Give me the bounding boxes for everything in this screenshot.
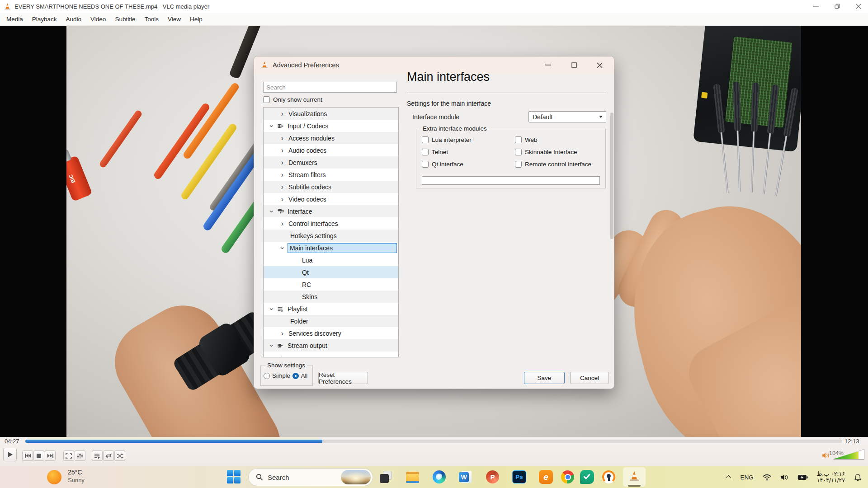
skinnable-interface-checkbox[interactable] bbox=[515, 149, 522, 155]
tree-item-control-interfaces[interactable]: ›Control interfaces bbox=[264, 217, 398, 230]
menu-tools[interactable]: Tools bbox=[140, 16, 163, 23]
tree-item-input-codecs[interactable]: ›Input / Codecs bbox=[264, 120, 398, 132]
tree-item-main-interfaces-selected[interactable]: ›Main interfaces bbox=[264, 242, 398, 254]
openvpn-button[interactable] bbox=[602, 470, 616, 484]
play-button[interactable] bbox=[3, 448, 17, 461]
only-show-current-checkbox[interactable] bbox=[263, 96, 270, 103]
chevron-right-icon[interactable]: › bbox=[280, 330, 285, 337]
edge-button[interactable] bbox=[432, 470, 446, 484]
menu-playback[interactable]: Playback bbox=[28, 16, 61, 23]
menu-subtitle[interactable]: Subtitle bbox=[110, 16, 140, 23]
qt-interface-checkbox[interactable] bbox=[422, 161, 429, 168]
equalizer-button[interactable] bbox=[75, 450, 85, 461]
start-button[interactable] bbox=[227, 470, 241, 484]
tree-item-access-modules[interactable]: ›Access modules bbox=[264, 132, 398, 144]
chevron-down-icon[interactable]: › bbox=[268, 123, 275, 128]
tree-item-demuxers[interactable]: ›Demuxers bbox=[264, 156, 398, 169]
bell-icon[interactable] bbox=[854, 474, 862, 481]
chevron-down-icon[interactable]: › bbox=[268, 343, 275, 348]
chevron-down-icon[interactable]: › bbox=[279, 245, 286, 250]
save-button[interactable]: Save bbox=[524, 372, 565, 384]
menu-view[interactable]: View bbox=[163, 16, 185, 23]
next-button[interactable] bbox=[45, 450, 56, 461]
chevron-right-icon[interactable]: › bbox=[280, 110, 285, 117]
tree-item-stream-filters[interactable]: ›Stream filters bbox=[264, 169, 398, 181]
weather-sun-icon[interactable] bbox=[47, 470, 61, 484]
cancel-button[interactable]: Cancel bbox=[570, 372, 609, 384]
dialog-close-button[interactable] bbox=[596, 62, 603, 69]
menu-help[interactable]: Help bbox=[185, 16, 207, 23]
reset-preferences-button[interactable]: Reset Preferences bbox=[318, 372, 368, 384]
tree-item-folder[interactable]: Folder bbox=[264, 315, 398, 327]
web-checkbox[interactable] bbox=[515, 136, 522, 143]
search-input[interactable] bbox=[263, 82, 397, 93]
restore-button[interactable] bbox=[834, 3, 840, 9]
close-button[interactable] bbox=[855, 3, 862, 9]
shuffle-button[interactable] bbox=[114, 450, 125, 461]
battery-icon[interactable] bbox=[797, 474, 808, 480]
weather-temp[interactable]: 25°C bbox=[68, 469, 82, 476]
chevron-down-icon[interactable]: › bbox=[268, 306, 275, 311]
clock[interactable]: ۰۲:۱۶ ب.ظ ۱۴۰۴/۱۱/۲۷ bbox=[817, 471, 845, 483]
tree-item-hotkeys-settings[interactable]: Hotkeys settings bbox=[264, 230, 398, 242]
language-indicator[interactable]: ENG bbox=[740, 474, 753, 481]
tree-item-visualizations[interactable]: ›Visualizations bbox=[264, 108, 398, 120]
chevron-right-icon[interactable]: › bbox=[280, 354, 285, 358]
tree-item-interface[interactable]: ›Interface bbox=[264, 205, 398, 217]
word-button[interactable]: W bbox=[459, 470, 473, 484]
checkbox-row-telnet[interactable]: Telnet bbox=[422, 149, 448, 155]
powerpoint-button[interactable]: P bbox=[486, 470, 500, 484]
stop-button[interactable] bbox=[33, 450, 44, 461]
tree-item-services-discovery[interactable]: ›Services discovery bbox=[264, 327, 398, 339]
chevron-right-icon[interactable]: › bbox=[280, 183, 285, 191]
tree-item-skins[interactable]: Skins bbox=[264, 291, 398, 303]
interface-module-dropdown[interactable]: Default bbox=[528, 111, 606, 122]
tree-item-stream-output[interactable]: ›Stream output bbox=[264, 339, 398, 352]
checkbox-row-lua[interactable]: Lua interpreter bbox=[422, 136, 472, 143]
chevron-right-icon[interactable]: › bbox=[280, 135, 285, 142]
seek-bar[interactable] bbox=[25, 440, 842, 443]
menu-video[interactable]: Video bbox=[86, 16, 110, 23]
fullscreen-button[interactable] bbox=[63, 450, 74, 461]
simple-radio[interactable] bbox=[264, 373, 270, 379]
tree-item-partial[interactable]: › bbox=[264, 352, 398, 357]
chevron-down-icon[interactable]: › bbox=[268, 209, 275, 214]
weather-condition[interactable]: Sunny bbox=[68, 477, 85, 483]
chevron-right-icon[interactable]: › bbox=[280, 196, 285, 203]
vlc-taskbar-button[interactable] bbox=[623, 467, 646, 487]
task-view-button[interactable] bbox=[379, 470, 393, 484]
checkbox-row-skinnable[interactable]: Skinnable Interface bbox=[515, 149, 577, 155]
tree-item-audio-codecs[interactable]: ›Audio codecs bbox=[264, 144, 398, 156]
chrome-button[interactable] bbox=[561, 470, 575, 484]
menu-media[interactable]: Media bbox=[2, 16, 28, 23]
tree-item-video-codecs[interactable]: ›Video codecs bbox=[264, 193, 398, 205]
tree-item-qt[interactable]: Qt bbox=[264, 266, 398, 278]
chevron-right-icon[interactable]: › bbox=[280, 171, 285, 178]
volume-tray-icon[interactable] bbox=[780, 474, 788, 481]
minimize-button[interactable] bbox=[813, 3, 819, 9]
tree-scrollbar[interactable] bbox=[610, 113, 613, 239]
lua-interpreter-checkbox[interactable] bbox=[422, 136, 429, 143]
file-explorer-button[interactable] bbox=[406, 470, 420, 484]
chevron-right-icon[interactable]: › bbox=[280, 159, 285, 166]
only-show-current-row[interactable]: Only show current bbox=[263, 96, 322, 103]
playlist-button[interactable] bbox=[92, 450, 103, 461]
dialog-maximize-button[interactable] bbox=[571, 62, 577, 69]
checkmark-app-button[interactable] bbox=[580, 470, 594, 484]
checkbox-row-web[interactable]: Web bbox=[515, 136, 538, 143]
chevron-right-icon[interactable]: › bbox=[280, 147, 285, 154]
chevron-right-icon[interactable]: › bbox=[280, 220, 285, 227]
previous-button[interactable] bbox=[22, 450, 33, 461]
menu-audio[interactable]: Audio bbox=[61, 16, 86, 23]
preferences-tree[interactable]: ›Visualizations ›Input / Codecs ›Access … bbox=[263, 107, 399, 357]
checkbox-row-qt[interactable]: Qt interface bbox=[422, 161, 463, 168]
tree-item-playlist[interactable]: ›Playlist bbox=[264, 303, 398, 315]
search-highlight-image[interactable] bbox=[341, 470, 371, 484]
tree-item-subtitle-codecs[interactable]: ›Subtitle codecs bbox=[264, 181, 398, 193]
telnet-checkbox[interactable] bbox=[422, 149, 429, 155]
all-radio[interactable] bbox=[292, 373, 299, 379]
extra-modules-input[interactable] bbox=[422, 176, 600, 185]
taskbar-search[interactable]: Search bbox=[248, 468, 373, 486]
checkbox-row-remote[interactable]: Remote control interface bbox=[515, 161, 591, 168]
tree-item-lua[interactable]: Lua bbox=[264, 254, 398, 266]
